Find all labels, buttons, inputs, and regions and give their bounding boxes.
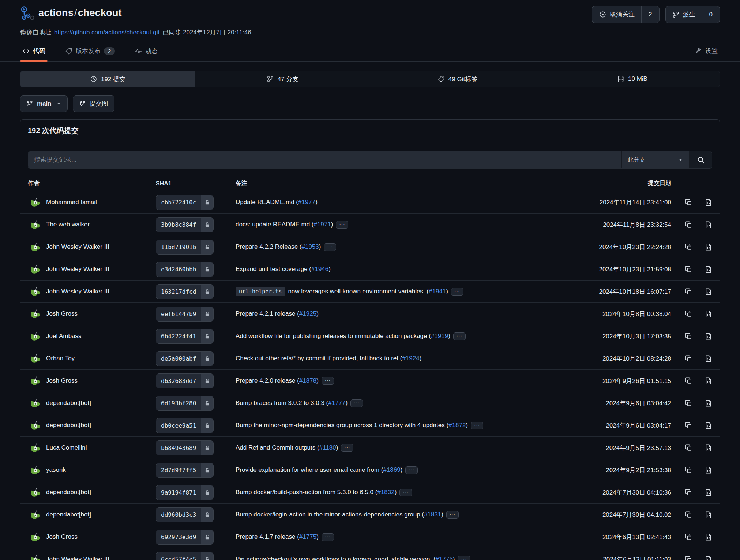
commit-author-name[interactable]: yasonk	[46, 466, 66, 474]
stat-tags[interactable]: 49 Git标签	[370, 71, 545, 87]
browse-source-icon[interactable]	[705, 377, 712, 385]
copy-sha-icon[interactable]	[685, 243, 692, 251]
pull-request-link[interactable]: #1776	[436, 556, 453, 560]
commit-author-name[interactable]: Josh Gross	[46, 310, 78, 317]
commit-message-text[interactable]: Prepare 4.2.2 Release (#1953)	[236, 243, 321, 251]
stat-branches[interactable]: 47 分支	[195, 71, 370, 87]
copy-sha-icon[interactable]	[685, 221, 692, 229]
copy-sha-icon[interactable]	[685, 422, 692, 429]
avatar[interactable]	[28, 241, 41, 253]
avatar[interactable]	[28, 263, 41, 275]
pull-request-link[interactable]: #1831	[424, 511, 441, 518]
avatar[interactable]	[28, 286, 41, 298]
browse-source-icon[interactable]	[705, 556, 712, 560]
browse-source-icon[interactable]	[705, 266, 712, 273]
expand-ellipsis-button[interactable]: ···	[453, 332, 466, 340]
commit-author-name[interactable]: Joel Ambass	[46, 332, 81, 340]
stat-commits[interactable]: 192 提交	[20, 71, 195, 87]
commit-message-text[interactable]: Add workflow file for publishing release…	[236, 332, 450, 340]
commit-author-name[interactable]: John Wesley Walker III	[46, 288, 109, 295]
browse-source-icon[interactable]	[705, 444, 712, 452]
browse-source-icon[interactable]	[705, 489, 712, 496]
expand-ellipsis-button[interactable]: ···	[350, 399, 363, 407]
commit-message-text[interactable]: Prepare 4.1.7 release (#1775)	[236, 533, 319, 541]
copy-sha-icon[interactable]	[685, 533, 692, 541]
search-scope-dropdown[interactable]: 此分支	[621, 151, 689, 168]
expand-ellipsis-button[interactable]: ···	[458, 556, 470, 560]
expand-ellipsis-button[interactable]: ···	[399, 489, 412, 496]
commit-sha-button[interactable]: 9a9194f871	[156, 485, 214, 500]
commit-message-text[interactable]: Check out other refs/* by commit if prov…	[236, 355, 421, 362]
commit-sha-button[interactable]: 163217dfcd	[156, 284, 214, 299]
commit-author-name[interactable]: Luca Comellini	[46, 444, 87, 451]
fork-button[interactable]: 派生	[666, 6, 702, 23]
commit-message-text[interactable]: docs: update README.md (#1971)	[236, 221, 333, 228]
avatar[interactable]	[28, 486, 41, 499]
commit-graph-button[interactable]: 提交图	[73, 95, 114, 112]
commit-message-text[interactable]: Bump the minor-npm-dependencies group ac…	[236, 422, 468, 429]
expand-ellipsis-button[interactable]: ···	[322, 377, 334, 385]
pull-request-link[interactable]: #1919	[431, 332, 448, 339]
copy-sha-icon[interactable]	[685, 556, 692, 560]
pull-request-link[interactable]: #1180	[319, 444, 336, 451]
copy-sha-icon[interactable]	[685, 199, 692, 206]
copy-sha-icon[interactable]	[685, 310, 692, 318]
browse-source-icon[interactable]	[705, 243, 712, 251]
pull-request-link[interactable]: #1924	[402, 355, 419, 362]
repo-name-link[interactable]: checkout	[78, 7, 122, 18]
browse-source-icon[interactable]	[705, 511, 712, 519]
browse-source-icon[interactable]	[705, 332, 712, 340]
commit-message-text[interactable]: Prepare 4.2.0 release (#1878)	[236, 377, 319, 384]
pull-request-link[interactable]: #1878	[299, 377, 316, 384]
branch-selector[interactable]: main	[20, 95, 68, 112]
pull-request-link[interactable]: #1872	[448, 422, 466, 429]
avatar[interactable]	[28, 219, 41, 231]
commit-message-text[interactable]: Bump docker/build-push-action from 5.3.0…	[236, 489, 397, 496]
search-button[interactable]	[689, 151, 712, 168]
commit-author-name[interactable]: Mohammad Ismail	[46, 199, 97, 206]
pull-request-link[interactable]: #1775	[299, 533, 316, 540]
commit-author-name[interactable]: John Wesley Walker III	[46, 266, 109, 273]
avatar[interactable]	[28, 353, 41, 365]
commit-message-text[interactable]: Prepare 4.2.1 release (#1925)	[236, 310, 319, 317]
commit-sha-button[interactable]: d632683dd7	[156, 373, 214, 388]
avatar[interactable]	[28, 420, 41, 432]
commit-message-text[interactable]: Bump docker/login-action in the minor-ac…	[236, 511, 443, 518]
commit-sha-button[interactable]: b684943689	[156, 440, 214, 455]
browse-source-icon[interactable]	[705, 533, 712, 541]
copy-sha-icon[interactable]	[685, 377, 692, 385]
commit-sha-button[interactable]: 2d7d9f7ff5	[156, 463, 214, 478]
copy-sha-icon[interactable]	[685, 489, 692, 496]
tab-code[interactable]: 代码	[20, 42, 48, 61]
pull-request-link[interactable]: #1953	[302, 243, 319, 250]
commit-message-text[interactable]: Bump braces from 3.0.2 to 3.0.3 (#1777)	[236, 399, 348, 407]
browse-source-icon[interactable]	[705, 310, 712, 318]
mirror-url-link[interactable]: https://github.com/actions/checkout.git	[54, 29, 159, 36]
commit-author-name[interactable]: Orhan Toy	[46, 355, 75, 362]
copy-sha-icon[interactable]	[685, 466, 692, 474]
tab-settings[interactable]: 设置	[693, 42, 720, 61]
pull-request-link[interactable]: #1832	[377, 489, 394, 496]
expand-ellipsis-button[interactable]: ···	[324, 243, 336, 251]
expand-ellipsis-button[interactable]: ···	[336, 221, 348, 229]
avatar[interactable]	[28, 397, 41, 409]
stat-size[interactable]: 10 MiB	[545, 71, 720, 87]
commit-sha-button[interactable]: 6d193bf280	[156, 396, 214, 411]
copy-sha-icon[interactable]	[685, 266, 692, 273]
avatar[interactable]	[28, 375, 41, 387]
avatar[interactable]	[28, 330, 41, 342]
tab-activity[interactable]: 动态	[132, 42, 160, 61]
avatar[interactable]	[28, 442, 41, 454]
expand-ellipsis-button[interactable]: ···	[471, 422, 483, 429]
forks-count-button[interactable]: 0	[702, 6, 720, 23]
commit-message-text[interactable]: now leverages well-known environment var…	[288, 288, 448, 295]
avatar[interactable]	[28, 464, 41, 476]
commit-search-input[interactable]	[28, 151, 621, 168]
pull-request-link[interactable]: #1971	[314, 221, 331, 228]
browse-source-icon[interactable]	[705, 199, 712, 206]
commit-sha-button[interactable]: eef61447b9	[156, 307, 214, 322]
commit-author-name[interactable]: Josh Gross	[46, 377, 78, 384]
commit-sha-button[interactable]: 6b42224f41	[156, 329, 214, 344]
pull-request-link[interactable]: #1946	[311, 266, 328, 273]
repo-owner-link[interactable]: actions	[38, 7, 74, 18]
